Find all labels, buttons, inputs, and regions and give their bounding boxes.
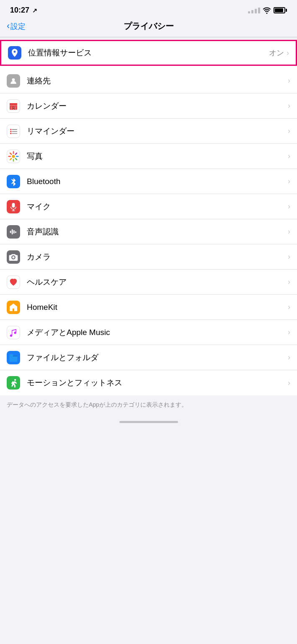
svg-line-25 — [10, 153, 11, 154]
label-calendar: カレンダー — [27, 101, 288, 112]
chevron-right-icon: › — [288, 202, 290, 211]
icon-files — [7, 351, 20, 364]
svg-line-28 — [15, 153, 17, 154]
svg-point-10 — [15, 106, 16, 107]
chevron-right-icon: › — [288, 152, 290, 161]
icon-homekit — [7, 301, 20, 314]
svg-point-0 — [12, 78, 15, 81]
chevron-right-icon: › — [288, 101, 290, 110]
icon-fitness — [7, 376, 20, 390]
home-bar — [119, 421, 178, 423]
label-homekit: HomeKit — [27, 303, 288, 312]
chevron-right-icon: › — [288, 353, 290, 362]
status-bar: 10:27 ↗ — [0, 0, 297, 17]
label-speech: 音声認識 — [27, 226, 288, 237]
label-music: メディアとApple Music — [27, 327, 288, 338]
page-title: プライバシー — [124, 21, 174, 32]
svg-point-11 — [11, 108, 12, 109]
back-button[interactable]: ‹ 設定 — [7, 21, 26, 31]
status-time: 10:27 ↗ — [10, 6, 37, 15]
icon-calendar: 1 — [7, 99, 20, 113]
svg-rect-6 — [10, 103, 17, 106]
icon-speech — [7, 225, 20, 239]
svg-point-9 — [13, 106, 14, 107]
settings-row-homekit[interactable]: HomeKit› — [0, 295, 297, 320]
nav-bar: ‹ 設定 プライバシー — [0, 17, 297, 37]
icon-camera — [7, 250, 20, 264]
label-contacts: 連絡先 — [27, 75, 288, 86]
svg-point-8 — [11, 106, 12, 107]
svg-point-36 — [12, 256, 15, 258]
svg-rect-32 — [10, 231, 11, 233]
svg-line-27 — [10, 158, 11, 159]
back-label: 設定 — [10, 21, 26, 31]
chevron-right-icon: › — [288, 252, 290, 261]
home-indicator — [0, 416, 297, 426]
wifi-icon — [263, 7, 271, 14]
chevron-right-icon: › — [288, 127, 290, 135]
settings-row-speech[interactable]: 音声認識› — [0, 219, 297, 244]
icon-health — [7, 275, 20, 289]
settings-row-contacts[interactable]: 連絡先› — [0, 68, 297, 93]
settings-row-health[interactable]: ヘルスケア› — [0, 270, 297, 295]
icon-photos — [7, 150, 20, 163]
settings-row-camera[interactable]: カメラ› — [0, 244, 297, 270]
icon-location — [8, 46, 21, 60]
settings-row-microphone[interactable]: マイク› — [0, 194, 297, 219]
svg-rect-29 — [12, 203, 15, 208]
chevron-right-icon: › — [288, 379, 290, 387]
svg-point-18 — [10, 132, 11, 134]
icon-music — [7, 326, 20, 339]
settings-row-photos[interactable]: 写真› — [0, 144, 297, 169]
svg-point-14 — [10, 129, 11, 130]
battery-icon — [274, 7, 287, 13]
svg-point-13 — [15, 108, 16, 109]
settings-row-music[interactable]: メディアとApple Music› — [0, 320, 297, 345]
signal-icon — [248, 8, 260, 13]
chevron-right-icon: › — [288, 177, 290, 186]
label-photos: 写真 — [27, 151, 288, 162]
chevron-right-icon: › — [288, 76, 290, 85]
icon-microphone — [7, 200, 20, 213]
svg-point-40 — [14, 379, 16, 381]
settings-row-location[interactable]: 位置情報サービスオン› — [0, 40, 297, 66]
settings-list: 位置情報サービスオン›連絡先› 1 カレンダー› リマインダー› — [0, 40, 297, 395]
label-health: ヘルスケア — [27, 277, 288, 288]
icon-bluetooth — [7, 175, 20, 188]
settings-row-bluetooth[interactable]: Bluetooth› — [0, 169, 297, 194]
svg-point-12 — [13, 108, 14, 109]
value-location: オン — [269, 48, 284, 58]
settings-row-files[interactable]: ファイルとフォルダ› — [0, 345, 297, 370]
settings-row-fitness[interactable]: モーションとフィットネス› — [0, 370, 297, 395]
svg-rect-39 — [9, 354, 13, 356]
svg-rect-35 — [15, 231, 16, 233]
label-location: 位置情報サービス — [28, 47, 269, 58]
chevron-right-icon: › — [288, 328, 290, 337]
settings-row-calendar[interactable]: 1 カレンダー› — [0, 93, 297, 119]
icon-reminders — [7, 125, 20, 138]
chevron-right-icon: › — [288, 303, 290, 312]
svg-point-20 — [12, 155, 15, 158]
chevron-right-icon: › — [288, 227, 290, 236]
chevron-right-icon: › — [288, 278, 290, 286]
icon-contacts — [7, 74, 20, 88]
settings-row-reminders[interactable]: リマインダー› — [0, 119, 297, 144]
label-fitness: モーションとフィットネス — [27, 377, 288, 388]
footer-text: データへのアクセスを要求したAppが上のカテゴリに表示されます。 — [0, 395, 297, 416]
chevron-left-icon: ‹ — [7, 21, 10, 31]
label-bluetooth: Bluetooth — [27, 177, 288, 186]
status-icons — [248, 7, 287, 14]
svg-rect-34 — [13, 230, 15, 233]
chevron-right-icon: › — [287, 49, 289, 57]
label-files: ファイルとフォルダ — [27, 352, 288, 363]
svg-point-16 — [10, 130, 11, 132]
svg-line-26 — [15, 158, 17, 159]
svg-rect-33 — [12, 229, 13, 234]
label-reminders: リマインダー — [27, 126, 288, 137]
label-microphone: マイク — [27, 201, 288, 212]
label-camera: カメラ — [27, 252, 288, 262]
